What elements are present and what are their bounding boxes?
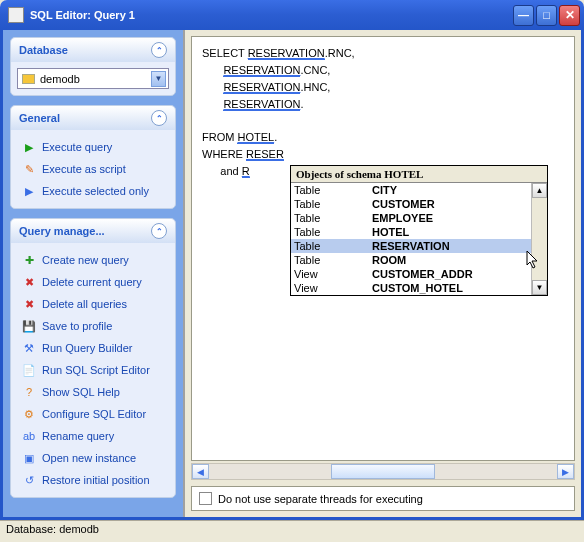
object-name: RESERVATION <box>372 239 450 253</box>
popup-row[interactable]: TableCUSTOMER <box>291 197 531 211</box>
link-label: Delete current query <box>42 276 142 288</box>
sql-editor[interactable]: SELECT RESERVATION.RNC, RESERVATION.CNC,… <box>191 36 575 461</box>
chevron-up-icon[interactable]: ⌃ <box>151 42 167 58</box>
horizontal-scrollbar[interactable]: ◀ ▶ <box>191 463 575 480</box>
chevron-down-icon[interactable]: ▼ <box>151 71 166 87</box>
qm-item-6[interactable]: ?Show SQL Help <box>15 381 171 403</box>
status-bar: Database: demodb <box>0 520 584 539</box>
database-value: demodb <box>40 73 151 85</box>
general-item-2[interactable]: ▶Execute selected only <box>15 180 171 202</box>
action-icon: ✚ <box>21 252 37 268</box>
object-type: Table <box>294 197 372 211</box>
object-name: CUSTOMER <box>372 197 435 211</box>
popup-row[interactable]: TableHOTEL <box>291 225 531 239</box>
action-icon: ✖ <box>21 296 37 312</box>
popup-row[interactable]: TableROOM <box>291 253 531 267</box>
link-label: Create new query <box>42 254 129 266</box>
qm-item-10[interactable]: ↺Restore initial position <box>15 469 171 491</box>
link-label: Restore initial position <box>42 474 150 486</box>
action-icon: ▣ <box>21 450 37 466</box>
main-area: SELECT RESERVATION.RNC, RESERVATION.CNC,… <box>183 30 581 517</box>
qm-item-1[interactable]: ✖Delete current query <box>15 271 171 293</box>
action-icon: ▶ <box>21 183 37 199</box>
general-panel-header[interactable]: General ⌃ <box>11 106 175 130</box>
database-panel-header[interactable]: Database ⌃ <box>11 38 175 62</box>
query-management-panel: Query manage... ⌃ ✚Create new query✖Dele… <box>10 218 176 498</box>
object-name: EMPLOYEE <box>372 211 433 225</box>
qm-item-8[interactable]: abRename query <box>15 425 171 447</box>
popup-row[interactable]: TableEMPLOYEE <box>291 211 531 225</box>
link-label: Run Query Builder <box>42 342 133 354</box>
action-icon: ? <box>21 384 37 400</box>
title-bar: SQL Editor: Query 1 — □ ✕ <box>0 0 584 30</box>
chevron-up-icon[interactable]: ⌃ <box>151 110 167 126</box>
object-type: Table <box>294 211 372 225</box>
action-icon: 📄 <box>21 362 37 378</box>
database-combo[interactable]: demodb ▼ <box>17 68 169 89</box>
popup-scrollbar[interactable]: ▲ ▼ <box>531 183 547 295</box>
object-name: CITY <box>372 183 397 197</box>
panel-title: Query manage... <box>19 225 105 237</box>
general-item-1[interactable]: ✎Execute as script <box>15 158 171 180</box>
popup-list[interactable]: TableCITYTableCUSTOMERTableEMPLOYEETable… <box>291 183 531 295</box>
qm-item-9[interactable]: ▣Open new instance <box>15 447 171 469</box>
link-label: Show SQL Help <box>42 386 120 398</box>
action-icon: ↺ <box>21 472 37 488</box>
general-panel: General ⌃ ▶Execute query✎Execute as scri… <box>10 105 176 209</box>
scroll-up-icon[interactable]: ▲ <box>532 183 547 198</box>
scroll-left-icon[interactable]: ◀ <box>192 464 209 479</box>
scroll-thumb[interactable] <box>331 464 435 479</box>
close-button[interactable]: ✕ <box>559 5 580 26</box>
object-name: CUSTOMER_ADDR <box>372 267 473 281</box>
action-icon: ▶ <box>21 139 37 155</box>
popup-row[interactable]: ViewCUSTOM_HOTEL <box>291 281 531 295</box>
qm-item-3[interactable]: 💾Save to profile <box>15 315 171 337</box>
threads-label: Do not use separate threads for executin… <box>218 493 423 505</box>
qm-item-2[interactable]: ✖Delete all queries <box>15 293 171 315</box>
object-type: Table <box>294 253 372 267</box>
query-management-panel-header[interactable]: Query manage... ⌃ <box>11 219 175 243</box>
link-label: Execute query <box>42 141 112 153</box>
link-label: Execute as script <box>42 163 126 175</box>
status-text: Database: demodb <box>6 523 99 535</box>
qm-item-5[interactable]: 📄Run SQL Script Editor <box>15 359 171 381</box>
action-icon: ✖ <box>21 274 37 290</box>
object-type: Table <box>294 183 372 197</box>
scroll-right-icon[interactable]: ▶ <box>557 464 574 479</box>
link-label: Save to profile <box>42 320 112 332</box>
scroll-down-icon[interactable]: ▼ <box>532 280 547 295</box>
maximize-button[interactable]: □ <box>536 5 557 26</box>
panel-title: General <box>19 112 60 124</box>
popup-title: Objects of schema HOTEL <box>291 166 547 183</box>
object-type: Table <box>294 225 372 239</box>
link-label: Rename query <box>42 430 114 442</box>
link-label: Delete all queries <box>42 298 127 310</box>
link-label: Open new instance <box>42 452 136 464</box>
link-label: Run SQL Script Editor <box>42 364 150 376</box>
general-item-0[interactable]: ▶Execute query <box>15 136 171 158</box>
action-icon: ⚙ <box>21 406 37 422</box>
object-type: View <box>294 267 372 281</box>
database-icon <box>22 74 35 84</box>
chevron-up-icon[interactable]: ⌃ <box>151 223 167 239</box>
qm-item-4[interactable]: ⚒Run Query Builder <box>15 337 171 359</box>
qm-item-0[interactable]: ✚Create new query <box>15 249 171 271</box>
link-label: Execute selected only <box>42 185 149 197</box>
popup-row[interactable]: TableCITY <box>291 183 531 197</box>
autocomplete-popup[interactable]: Objects of schema HOTEL TableCITYTableCU… <box>290 165 548 296</box>
window-title: SQL Editor: Query 1 <box>30 9 135 21</box>
qm-item-7[interactable]: ⚙Configure SQL Editor <box>15 403 171 425</box>
popup-row[interactable]: TableRESERVATION <box>291 239 531 253</box>
app-icon <box>8 7 24 23</box>
object-name: CUSTOM_HOTEL <box>372 281 463 295</box>
action-icon: 💾 <box>21 318 37 334</box>
action-icon: ✎ <box>21 161 37 177</box>
link-label: Configure SQL Editor <box>42 408 146 420</box>
threads-checkbox[interactable] <box>199 492 212 505</box>
action-icon: ab <box>21 428 37 444</box>
popup-row[interactable]: ViewCUSTOMER_ADDR <box>291 267 531 281</box>
object-type: View <box>294 281 372 295</box>
minimize-button[interactable]: — <box>513 5 534 26</box>
threads-option[interactable]: Do not use separate threads for executin… <box>191 486 575 511</box>
action-icon: ⚒ <box>21 340 37 356</box>
